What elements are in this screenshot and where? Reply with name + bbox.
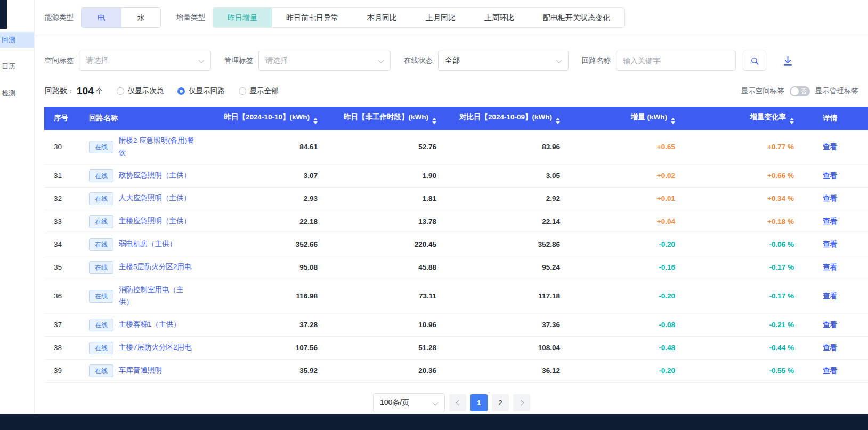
increment-type-tab[interactable]: 上月同比 [411,8,470,27]
table-row: 35在线主楼5层防火分区2用电95.0845.8895.24-0.16-0.17… [44,256,868,279]
sort-icon[interactable] [671,118,675,124]
cell-nonwork: 13.78 [330,210,449,233]
caret-up-icon [671,118,675,120]
circuit-name-link[interactable]: 主楼7层防火分区2用电 [119,342,196,354]
summary-bar: 回路数： 104 个 仅显示次总仅显示回路显示全部 显示空间标签 否 显示管理标… [35,79,868,107]
cell-index: 35 [44,256,89,279]
prev-page-button[interactable] [449,394,466,411]
manage-tag-select[interactable]: 请选择 [258,51,391,71]
cell-detail: 查看 [807,130,868,164]
space-tag-label: 空间标签 [45,56,74,66]
caret-up-icon [556,118,560,120]
increment-type-tab[interactable]: 上周环比 [470,8,529,27]
cell-compare: 3.05 [449,164,573,187]
column-header-3[interactable]: 昨日【非工作时段】(kWh) [330,107,449,130]
status-badge: 在线 [89,319,113,331]
next-page-button[interactable] [513,394,530,411]
space-tag-select[interactable]: 请选择 [79,51,211,71]
show-manage-tag-label: 显示管理标签 [815,86,858,96]
circuit-name-link[interactable]: 消防控制室用电（主供） [119,284,196,309]
cell-index: 34 [44,233,89,256]
circuit-name-wrap: 在线主楼5层防火分区2用电 [89,256,200,279]
online-status-select[interactable]: 全部 [438,51,569,71]
view-detail-link[interactable]: 查看 [823,240,837,248]
display-mode-radio[interactable]: 仅显示回路 [177,86,225,96]
pagination: 100条/页 12 [35,393,868,412]
increment-type-tab[interactable]: 昨日增量 [213,8,272,27]
cell-yesterday: 37.28 [200,313,330,336]
sidebar-item[interactable]: 回溯 [0,32,34,48]
cell-delta: -0.16 [573,256,688,279]
view-detail-link[interactable]: 查看 [823,143,837,151]
circuit-name-link[interactable]: 政协应急照明（主供） [119,169,196,182]
view-detail-link[interactable]: 查看 [823,217,837,225]
increment-type-tab[interactable]: 昨日前七日异常 [272,8,353,27]
column-header-4[interactable]: 对比日【2024-10-09】(kWh) [449,107,573,130]
show-space-tag-toggle[interactable]: 否 [790,86,810,96]
cell-circuit: 在线主楼应急照明（主供） [89,210,200,233]
circuit-name-wrap: 在线人大应急照明（主供） [89,188,200,210]
increment-type-tab[interactable]: 配电柜开关状态变化 [529,8,624,27]
caret-up-icon [432,118,436,120]
cell-detail: 查看 [807,164,868,187]
circuit-name-link[interactable]: 主楼应急照明（主供） [119,215,196,228]
radio-circle-icon [239,87,246,95]
toggle-off-text: 否 [801,87,807,95]
download-button[interactable] [782,55,793,67]
cell-detail: 查看 [807,313,868,336]
energy-type-option[interactable]: 电 [82,8,121,27]
circuit-name-link[interactable]: 车库普通照明 [119,364,196,377]
circuit-name-link[interactable]: 附楼2 应急照明(备用)餐饮 [119,135,196,159]
table-row: 31在线政协应急照明（主供）3.071.903.05+0.02+0.66 %查看 [44,164,868,187]
circuit-name-link[interactable]: 弱电机房（主供） [119,238,196,250]
search-icon [750,56,759,66]
view-detail-link[interactable]: 查看 [823,292,837,300]
table-container: 序号回路名称昨日【2024-10-10】(kWh)昨日【非工作时段】(kWh)对… [44,107,868,383]
cell-delta: -0.08 [573,313,688,336]
sort-icon[interactable] [790,118,794,124]
column-header-2[interactable]: 昨日【2024-10-10】(kWh) [200,107,330,130]
sidebar-item[interactable]: 检测 [0,85,34,101]
column-header-6[interactable]: 增量变化率 [688,107,807,130]
cell-delta: -0.20 [573,279,688,313]
circuit-count-label: 回路数： [45,86,75,96]
page-size-select[interactable]: 100条/页 [373,393,445,412]
chevron-right-icon [518,400,524,405]
cell-yesterday: 35.92 [200,359,330,382]
circuit-name-input[interactable] [616,51,736,71]
view-detail-link[interactable]: 查看 [823,321,837,329]
display-mode-radio[interactable]: 显示全部 [239,86,279,96]
cell-nonwork: 1.81 [330,187,449,210]
display-mode-radio[interactable]: 仅显示次总 [117,86,164,96]
column-title: 序号 [54,114,68,122]
sort-icon[interactable] [313,118,318,124]
column-title: 昨日【2024-10-10】(kWh) [224,113,310,121]
table-row: 36在线消防控制室用电（主供）116.9873.11117.18-0.20-0.… [44,279,868,313]
cell-circuit: 在线人大应急照明（主供） [89,187,200,210]
caret-up-icon [313,118,318,120]
view-detail-link[interactable]: 查看 [823,194,837,202]
view-detail-link[interactable]: 查看 [823,172,837,180]
circuit-name-link[interactable]: 主楼客梯1（主供） [119,319,196,331]
circuit-name-link[interactable]: 主楼5层防火分区2用电 [119,261,196,273]
status-badge: 在线 [89,169,113,182]
sort-icon[interactable] [556,118,560,124]
sort-icon[interactable] [432,118,436,124]
view-detail-link[interactable]: 查看 [823,367,837,375]
search-button[interactable] [743,51,766,71]
cell-rate: -0.21 % [688,313,807,336]
circuit-name-link[interactable]: 人大应急照明（主供） [119,192,196,205]
circuit-name-label: 回路名称 [582,56,611,66]
increment-type-tab[interactable]: 本月同比 [353,8,411,27]
view-detail-link[interactable]: 查看 [823,344,837,352]
sidebar-item[interactable]: 日历 [0,59,34,75]
caret-up-icon [790,118,794,120]
column-header-5[interactable]: 增量 (kWh) [573,107,688,130]
energy-type-option[interactable]: 水 [121,8,160,27]
page-button-1[interactable]: 1 [470,394,488,411]
view-detail-link[interactable]: 查看 [823,263,837,271]
cell-detail: 查看 [807,279,868,313]
page-button-2[interactable]: 2 [492,394,509,411]
cell-yesterday: 22.18 [200,210,330,233]
circuit-name-wrap: 在线主楼应急照明（主供） [89,210,200,233]
